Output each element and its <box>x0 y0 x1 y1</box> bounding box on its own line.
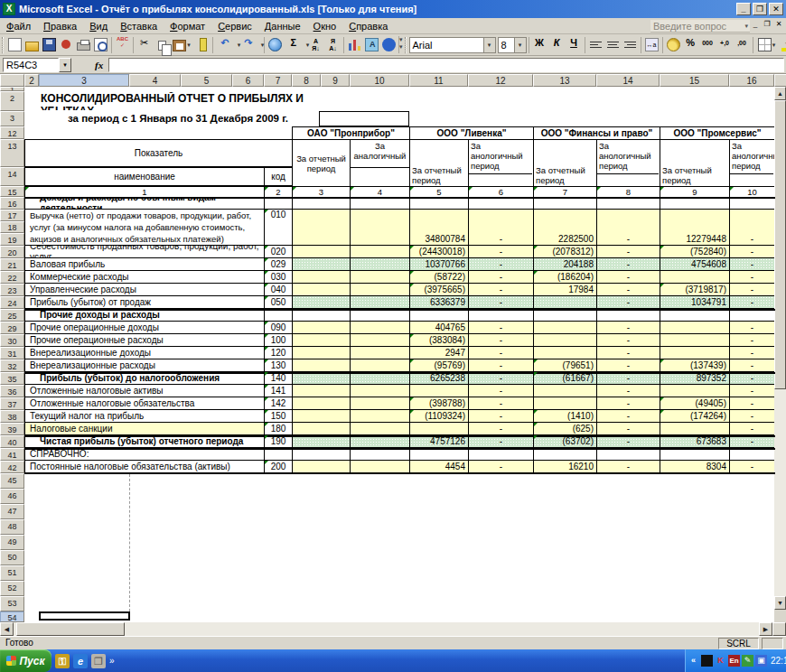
column-header-8[interactable]: 8 <box>292 74 321 87</box>
cell-value-42-c10[interactable]: - <box>730 461 775 472</box>
tray-network-icon[interactable]: ▣ <box>755 655 767 667</box>
cell-value-30-c7[interactable] <box>534 334 597 346</box>
font-name-select[interactable]: Arial▾ <box>409 37 496 53</box>
align-right-button[interactable] <box>622 36 639 53</box>
row-header-3[interactable]: 3 <box>0 111 24 126</box>
column-header-11[interactable]: 11 <box>409 74 468 87</box>
open-button[interactable] <box>23 36 41 53</box>
cell-value-20-c10[interactable]: - <box>730 246 775 257</box>
column-header-13[interactable]: 13 <box>533 74 596 87</box>
cell-value-17-19-c4[interactable] <box>351 210 410 245</box>
cell-value-42-c9[interactable]: 8304 <box>660 461 730 472</box>
row-header-46[interactable]: 46 <box>0 489 24 504</box>
row-header-36[interactable]: 36 <box>0 385 24 397</box>
cell-value-24-c8[interactable]: - <box>597 296 660 308</box>
cell-name-39[interactable]: Налоговые санкции <box>25 423 265 434</box>
cell-code-24[interactable]: 050 <box>265 296 293 308</box>
cell-value-37-c7[interactable] <box>534 397 597 409</box>
toolbar-grip[interactable] <box>405 37 407 53</box>
insert-function-icon[interactable]: fx <box>95 60 103 70</box>
start-button[interactable]: Пуск <box>0 649 51 672</box>
cell-value-31-c3[interactable] <box>293 347 351 359</box>
cell-value-17-19-c3[interactable] <box>293 210 351 245</box>
cell-value-37-c5[interactable]: (398788) <box>410 397 469 409</box>
copy-button[interactable] <box>153 36 170 53</box>
italic-button[interactable]: К <box>548 36 566 53</box>
name-box[interactable]: R54C3 <box>3 58 59 72</box>
new-button[interactable] <box>6 36 23 53</box>
cell-value-17-19-c8[interactable]: - <box>597 210 660 245</box>
merge-button[interactable] <box>643 36 660 53</box>
column-header-6[interactable]: 6 <box>232 74 264 87</box>
row-header-39[interactable]: 39 <box>0 423 24 435</box>
hscroll-track[interactable] <box>14 622 759 636</box>
period-header-4[interactable]: За аналогичный <box>350 139 410 186</box>
company-header-4[interactable]: ООО "Промсервис" <box>660 126 774 139</box>
cell-value-42-c4[interactable] <box>351 461 410 472</box>
cell-name-30[interactable]: Прочие операционные расходы <box>25 334 265 346</box>
cell-value-37-c3[interactable] <box>293 397 351 409</box>
redo-button[interactable]: ↷ <box>239 36 262 53</box>
cell-value-29-c10[interactable]: - <box>730 322 775 333</box>
cell-code-17-19[interactable]: 010 <box>265 210 293 245</box>
cell-value-24-c6[interactable]: - <box>469 296 534 308</box>
autosum-button[interactable]: Σ <box>284 36 307 53</box>
column-header-14[interactable]: 14 <box>596 74 660 87</box>
sort-asc-button[interactable]: А Я↓ <box>307 36 324 53</box>
cell-code-31[interactable]: 120 <box>265 347 293 359</box>
cell-name-37[interactable]: Отложенные налоговые обязательства <box>25 397 265 409</box>
cell-value-39-c7[interactable]: (625) <box>534 423 597 434</box>
cell-value-39-c10[interactable]: - <box>730 423 775 434</box>
cell-value-32-c10[interactable]: - <box>730 359 775 371</box>
cell-value-21-c8[interactable]: - <box>597 258 660 270</box>
row-header-35[interactable]: 35 <box>0 372 24 385</box>
cell-value-21-c10[interactable]: - <box>730 258 775 270</box>
cell-value-22-c10[interactable]: - <box>730 271 775 283</box>
cell-value-39-c6[interactable]: - <box>469 423 534 434</box>
cell-value-29-c3[interactable] <box>293 322 351 333</box>
restore-button[interactable]: ❐ <box>753 3 767 15</box>
cell-value-32-c9[interactable]: (137439) <box>660 359 730 371</box>
cell-value-21-c7[interactable]: 204188 <box>534 258 597 270</box>
cell-value-31-c5[interactable]: 2947 <box>410 347 469 359</box>
cell-value-20-c7[interactable]: (2078312) <box>534 246 597 257</box>
cell-value-21-c9[interactable]: 4754608 <box>660 258 730 270</box>
row-header-24[interactable]: 24 <box>0 296 24 309</box>
row-header-40[interactable]: 40 <box>0 435 24 448</box>
cell-name-21[interactable]: Валовая прибыль <box>25 258 265 270</box>
row-header-20[interactable]: 20 <box>0 246 24 258</box>
period-header-10[interactable]: За анологичный период <box>729 139 775 186</box>
quick-launch-ie-icon[interactable]: e <box>73 654 88 668</box>
tray-app-icon[interactable] <box>701 655 713 667</box>
row-header-50[interactable]: 50 <box>0 550 24 565</box>
row-header-49[interactable]: 49 <box>0 535 24 550</box>
font-dropdown-icon[interactable]: ▾ <box>483 38 495 52</box>
cell-value-39-c8[interactable]: - <box>597 423 660 434</box>
cell-value-29-c6[interactable]: - <box>469 322 534 333</box>
align-center-button[interactable] <box>604 36 622 53</box>
cell-code-36[interactable]: 141 <box>265 385 293 397</box>
cell-value-31-c4[interactable] <box>351 347 410 359</box>
align-left-button[interactable] <box>587 36 604 53</box>
row-header-16[interactable]: 16 <box>0 197 24 210</box>
cell-value-22-c3[interactable] <box>293 271 351 283</box>
row-header-45[interactable]: 45 <box>0 473 24 489</box>
cell-value-32-c6[interactable]: - <box>469 359 534 371</box>
cell-value-31-c9[interactable] <box>660 347 730 359</box>
cell-value-30-c9[interactable] <box>660 334 730 346</box>
book-restore-button[interactable]: ❐ <box>762 20 772 31</box>
cell-name-38[interactable]: Текущий налог на прибыль <box>25 410 265 422</box>
cell-code-30[interactable]: 100 <box>265 334 293 346</box>
cell-value-39-c4[interactable] <box>351 423 410 434</box>
cell-value-36-c10[interactable]: - <box>730 385 775 397</box>
vscroll-thumb[interactable] <box>774 100 786 389</box>
column-header-4[interactable]: 4 <box>129 74 181 87</box>
cell-value-22-c9[interactable] <box>660 271 730 283</box>
cell-name-42[interactable]: Постоянные налоговые обязательства (акти… <box>25 461 265 472</box>
header-pokazatel[interactable]: Показатель <box>24 139 293 167</box>
cell-value-42-c7[interactable]: 16210 <box>534 461 597 472</box>
cell-name-20[interactable]: Себестоимость проданных товаров, продукц… <box>25 246 265 257</box>
cell-value-30-c4[interactable] <box>351 334 410 346</box>
currency-button[interactable] <box>665 36 682 53</box>
company-header-3[interactable]: ООО "Финансы и право" <box>533 126 660 139</box>
